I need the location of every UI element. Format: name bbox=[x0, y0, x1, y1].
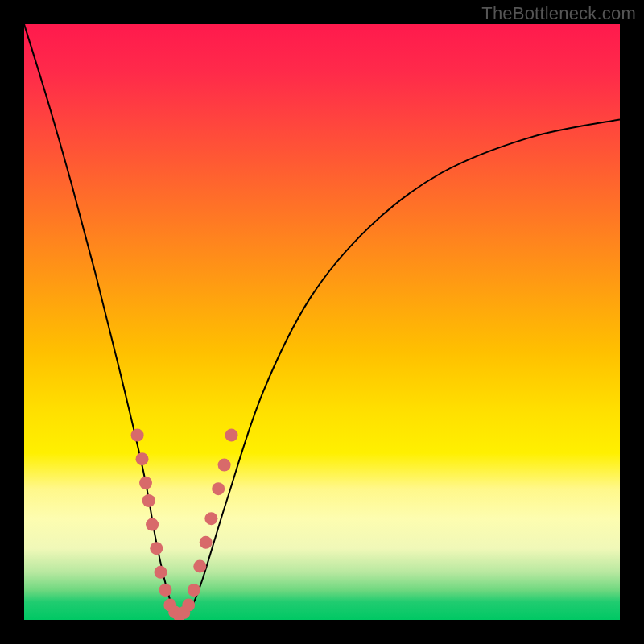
data-marker bbox=[155, 566, 167, 579]
data-marker bbox=[182, 599, 195, 612]
marker-layer bbox=[131, 429, 238, 620]
chart-frame: TheBottleneck.com bbox=[0, 0, 644, 644]
data-marker bbox=[225, 429, 238, 442]
data-marker bbox=[136, 452, 149, 465]
data-marker bbox=[218, 459, 231, 472]
curve-layer bbox=[24, 24, 620, 614]
bottleneck-curve bbox=[24, 24, 620, 614]
data-marker bbox=[193, 559, 206, 572]
data-marker bbox=[200, 536, 213, 549]
data-marker bbox=[159, 584, 171, 597]
data-marker bbox=[188, 584, 200, 597]
data-marker bbox=[204, 512, 217, 525]
gradient-plot-area bbox=[24, 24, 620, 620]
data-marker bbox=[150, 542, 163, 555]
data-marker bbox=[142, 494, 155, 507]
data-marker bbox=[212, 482, 225, 495]
data-marker bbox=[131, 429, 144, 442]
data-marker bbox=[146, 518, 159, 531]
chart-svg bbox=[24, 24, 620, 620]
watermark-text: TheBottleneck.com bbox=[481, 3, 636, 24]
data-marker bbox=[139, 477, 152, 489]
